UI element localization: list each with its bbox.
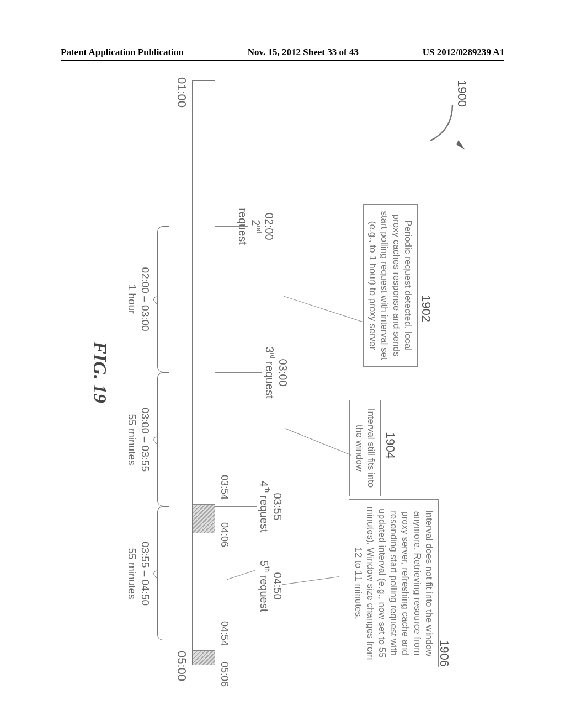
header-center: Nov. 15, 2012 Sheet 33 of 43 <box>248 47 359 58</box>
page-header: Patent Application Publication Nov. 15, … <box>0 47 565 58</box>
figure-reference: 1900 <box>455 80 469 107</box>
annotation-box-1906: Interval does not fit into the window an… <box>349 499 439 667</box>
figure-diagram: 1900 1902 1904 1906 Periodic request det… <box>0 165 565 585</box>
annotation-box-1902: Periodic request detected, local proxy c… <box>363 204 418 367</box>
req4-ord: 4 <box>258 481 270 487</box>
header-right: US 2012/0289239 A1 <box>423 47 504 58</box>
lead-line <box>215 226 248 227</box>
req5-time: 04:50 <box>271 572 284 599</box>
req5-sup: th <box>263 566 271 572</box>
figure-caption: FIG. 19 <box>89 80 110 665</box>
req5-ord: 5 <box>258 560 270 566</box>
req3-ord: 3 <box>264 346 276 352</box>
interval3-dur: 55 minutes <box>126 548 138 599</box>
annotation-box-1904: Interval still fits into the window <box>350 400 381 496</box>
lead-line <box>284 296 363 322</box>
tick-0406: 04:06 <box>218 522 230 547</box>
interval1-dur: 1 hour <box>126 285 138 314</box>
lead-line <box>227 570 255 580</box>
tick-0100: 01:00 <box>174 77 189 108</box>
interval2-range: 03:00 – 03:55 <box>140 408 151 472</box>
window-band-2 <box>193 650 215 665</box>
tick-0454: 04:54 <box>218 621 230 646</box>
header-left: Patent Application Publication <box>61 47 184 58</box>
req2-ord: 2 <box>250 220 262 226</box>
interval2-dur: 55 minutes <box>126 414 138 465</box>
tick-0506: 05:06 <box>218 662 230 687</box>
header-divider <box>61 60 504 61</box>
lead-line <box>282 576 339 585</box>
req-word: request <box>258 572 270 612</box>
req4-sup: th <box>263 487 271 493</box>
req4-time: 03:55 <box>271 493 284 520</box>
req3-sup: rd <box>269 353 276 359</box>
interval-brace-2 <box>157 372 169 506</box>
tick-0500: 05:00 <box>174 651 189 681</box>
interval-brace-1 <box>157 226 169 372</box>
req2-sup: nd <box>255 226 263 233</box>
req-word: request <box>264 358 276 398</box>
req-word: request <box>258 493 270 532</box>
lead-line <box>215 506 257 507</box>
interval3-range: 03:55 – 04:50 <box>140 542 151 606</box>
reference-curve <box>422 102 455 152</box>
interval-brace-3 <box>157 506 169 640</box>
timeline-bar <box>192 80 215 665</box>
window-band-1 <box>193 504 215 533</box>
interval1-range: 02:00 – 03:00 <box>140 267 151 331</box>
lead-line <box>285 428 351 456</box>
callout-1906: 1906 <box>437 640 451 667</box>
req2-time: 02:00 <box>263 212 275 240</box>
callout-1904: 1904 <box>383 432 397 459</box>
svg-marker-0 <box>456 140 465 150</box>
req3-time: 03:00 <box>277 358 289 386</box>
tick-0354: 03:54 <box>218 475 230 500</box>
arrow-icon <box>456 140 468 152</box>
callout-1902: 1902 <box>419 295 433 322</box>
lead-line <box>215 372 262 373</box>
